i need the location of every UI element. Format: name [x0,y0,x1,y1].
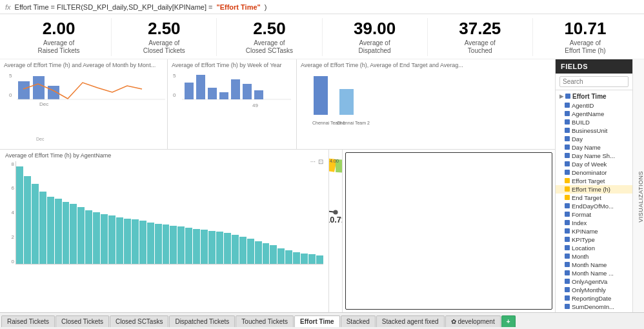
agent-bar-wrap [255,161,262,264]
field-item-0-10[interactable]: Effort Time (h) [556,185,632,194]
kpi-row: 2.00Average of Raised Tickets2.50Average… [0,14,644,59]
agent-bar [155,224,162,264]
field-item-label: OnlyMonthly [572,286,606,294]
agent-bar-wrap [32,161,39,264]
field-item-0-5[interactable]: Day Name [556,143,632,152]
agent-bar [24,176,31,263]
field-item-0-22[interactable]: OnlyMonthly [556,286,632,294]
tab-9[interactable]: + [501,315,516,327]
field-item-0-11[interactable]: End Target [556,194,632,202]
field-icon [565,304,570,309]
tab-6[interactable]: Stacked [341,315,376,327]
field-item-0-8[interactable]: Denominator [556,168,632,177]
field-item-0-6[interactable]: Day Name Sh... [556,152,632,160]
field-icon [565,170,570,175]
agent-bar-wrap [232,161,239,264]
field-item-0-13[interactable]: Format [556,210,632,219]
field-item-0-0[interactable]: AgentID [556,101,632,110]
field-item-0-19[interactable]: Month Name [556,261,632,269]
agent-bar [308,254,316,263]
agent-bar-wrap [85,161,92,264]
tab-4[interactable]: Touched Tickets [236,315,294,327]
fields-search-container [556,74,632,90]
agent-bar [163,224,170,263]
kpi-card-5: 10.71Average of Effort Time (h) [533,18,638,56]
more-icon[interactable]: ··· [310,158,316,165]
field-item-0-14[interactable]: Index [556,219,632,227]
field-item-0-16[interactable]: KPIType [556,235,632,244]
tabs-bar: Raised TicketsClosed TicketsClosed SCTas… [0,312,644,329]
agent-bar-wrap [132,161,139,264]
y-axis-6: 6 [12,185,14,191]
y-axis-8: 8 [12,161,14,167]
agent-bar-wrap [263,161,270,264]
agent-bar-wrap [108,161,116,264]
field-icon [565,119,570,125]
agent-bar [101,214,108,263]
textbox-area [342,150,555,312]
field-item-0-9[interactable]: Effort Target [556,177,632,185]
agent-bar-wrap [185,161,192,264]
textbox-inner[interactable] [345,152,552,310]
agent-bar-wrap [101,161,108,264]
field-item-label: Location [572,244,595,252]
bottom-row: Average of Effort Time (h) by AgentName … [0,150,555,312]
agent-section: Average of Effort Time (h) by AgentName … [0,150,329,312]
agent-bar-wrap [293,161,300,264]
tab-3[interactable]: Dispatched Tickets [169,315,235,327]
tab-1[interactable]: Closed Tickets [55,315,109,327]
topright-svg: Chennai Team 1 Chennai Team 2 [301,70,391,131]
agent-bar [177,226,185,263]
agent-bar [277,248,285,264]
field-item-label: OnlyAgentVa [572,278,607,285]
formula-close: ) [265,3,267,11]
field-item-0-12[interactable]: EndDayOfMo... [556,202,632,210]
gauge-svg: 10.71 0.00 2.00 4.00 4.80 6.00 [329,154,342,224]
svg-rect-17 [254,90,263,99]
field-item-0-2[interactable]: BUILD [556,118,632,126]
tab-7[interactable]: Stacked agent fixed [376,315,445,327]
expand-icon[interactable]: ⊡ [318,158,323,165]
agent-bar [263,243,270,264]
field-item-0-23[interactable]: ReportingDate [556,294,632,303]
field-group-header-0[interactable]: ▶ Effort Time [556,92,632,101]
field-item-label: End Target [572,194,601,201]
agent-bar [116,217,123,264]
field-item-label: BusinessUnit [572,127,607,134]
field-item-label: Effort Time (h) [572,186,610,193]
agent-bar-wrap [70,161,77,264]
field-item-0-1[interactable]: AgentName [556,110,632,118]
field-item-label: Day Name Sh... [572,152,615,159]
field-item-label: KPIName [572,228,598,235]
tab-2[interactable]: Closed SCTasks [110,315,168,327]
tab-8[interactable]: ✿ development [445,315,501,327]
field-item-0-3[interactable]: BusinessUnit [556,126,632,135]
svg-text:Dec: Dec [36,137,45,141]
field-item-0-4[interactable]: Day [556,135,632,143]
agent-bar-wrap [247,161,254,264]
agent-bar [193,229,200,264]
tab-5[interactable]: Effort Time [294,315,340,327]
field-icon [565,161,570,166]
agent-bar-wrap [239,161,247,264]
tab-0[interactable]: Raised Tickets [1,315,55,327]
agent-bar [170,226,177,264]
field-item-0-18[interactable]: Month [556,252,632,261]
kpi-label-3: Average of Dispatched [325,39,425,55]
svg-text:0: 0 [9,92,12,98]
kpi-value-4: 37.25 [430,19,530,38]
field-item-0-24[interactable]: SumDenomIn... [556,303,632,311]
agent-bar-wrap [193,161,200,264]
svg-rect-11 [185,83,194,99]
field-item-0-17[interactable]: Location [556,244,632,252]
y-axis-2: 2 [12,234,14,240]
field-item-0-15[interactable]: KPIName [556,227,632,235]
field-item-0-21[interactable]: OnlyAgentVa [556,277,632,286]
field-item-0-7[interactable]: Day of Week [556,160,632,168]
kpi-label-2: Average of Closed SCTasks [219,39,319,55]
agent-bar [232,235,239,264]
fields-search-input[interactable] [559,76,629,87]
field-item-0-20[interactable]: Month Name ... [556,269,632,277]
svg-text:5: 5 [9,73,12,79]
agent-bar [93,212,100,264]
